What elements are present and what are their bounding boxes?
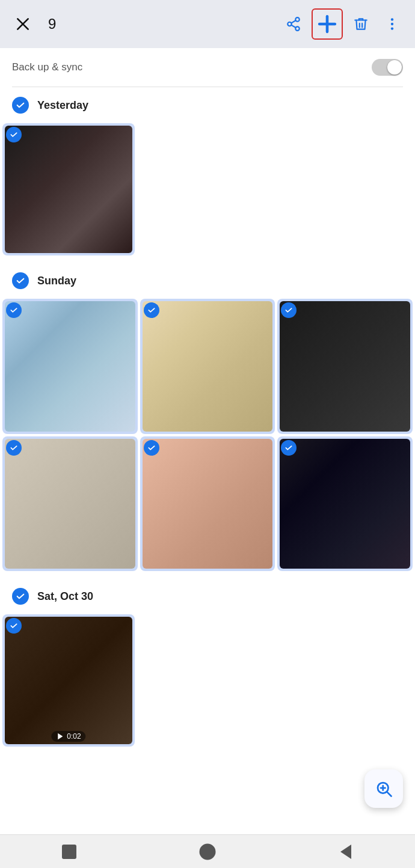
- photo-image-s4: [5, 439, 135, 569]
- selection-count: 9: [48, 16, 56, 32]
- select-yesterday-button[interactable]: [12, 97, 29, 114]
- video-duration: 0:02: [67, 732, 81, 741]
- photo-image-s5: [143, 439, 273, 569]
- svg-marker-19: [340, 845, 351, 859]
- photo-image-s3: [280, 301, 410, 432]
- section-header-sunday: Sunday: [0, 263, 415, 296]
- photo-image-s1: [5, 301, 135, 432]
- zoom-fab[interactable]: [364, 769, 403, 808]
- photo-cell-s1[interactable]: [2, 299, 138, 434]
- photo-check-s4: [6, 440, 22, 456]
- section-title-yesterday: Yesterday: [37, 99, 88, 112]
- photo-check-y1: [6, 127, 22, 142]
- nav-square-button[interactable]: [58, 841, 80, 863]
- triangle-icon: [335, 841, 357, 863]
- photo-image-o1: [5, 617, 132, 744]
- add-button[interactable]: [314, 11, 340, 37]
- section-header-yesterday: Yesterday: [0, 87, 415, 121]
- photo-cell-o1[interactable]: 0:02: [2, 614, 135, 747]
- backup-toggle[interactable]: [372, 59, 403, 76]
- photo-cell-y1[interactable]: [2, 123, 135, 255]
- top-bar: 9: [0, 0, 415, 48]
- select-sunday-button[interactable]: [12, 272, 29, 289]
- svg-point-10: [391, 23, 393, 25]
- add-button-wrapper: [312, 8, 343, 40]
- top-bar-left: 9: [10, 11, 56, 37]
- sunday-grid: [0, 296, 415, 573]
- yesterday-grid: [0, 121, 415, 258]
- circle-icon: [197, 841, 218, 863]
- backup-label: Back up & sync: [12, 61, 372, 73]
- video-duration-badge: 0:02: [51, 731, 85, 742]
- section-yesterday: Yesterday: [0, 87, 415, 258]
- photo-check-s6: [281, 440, 297, 456]
- close-button[interactable]: [10, 11, 36, 37]
- section-title-sunday: Sunday: [37, 275, 76, 287]
- bottom-nav-bar: [0, 834, 415, 868]
- share-button[interactable]: [280, 11, 307, 37]
- svg-line-14: [387, 792, 392, 796]
- svg-marker-12: [58, 733, 63, 740]
- page-content: Back up & sync Yesterday: [0, 48, 415, 796]
- svg-point-18: [200, 843, 216, 860]
- photo-cell-s6[interactable]: [277, 436, 413, 572]
- section-title-sat: Sat, Oct 30: [37, 590, 93, 603]
- svg-line-5: [291, 25, 295, 28]
- photo-cell-s2[interactable]: [140, 299, 275, 434]
- photo-image-s6: [280, 439, 410, 569]
- photo-image-s2: [143, 301, 273, 432]
- zoom-icon: [375, 780, 393, 798]
- svg-rect-17: [62, 845, 76, 859]
- photo-cell-s3[interactable]: [277, 299, 413, 434]
- photo-cell-s5[interactable]: [140, 436, 275, 572]
- photo-check-s1: [6, 302, 22, 318]
- select-sat-button[interactable]: [12, 588, 29, 605]
- svg-line-6: [291, 20, 295, 23]
- photo-check-s2: [144, 302, 159, 318]
- top-bar-right: [280, 8, 405, 40]
- photo-cell-s4[interactable]: [2, 436, 138, 572]
- square-icon: [58, 841, 80, 863]
- more-button[interactable]: [379, 11, 405, 37]
- svg-point-9: [391, 18, 393, 20]
- toggle-knob: [387, 60, 402, 75]
- section-sunday: Sunday: [0, 263, 415, 573]
- section-header-sat: Sat, Oct 30: [0, 578, 415, 612]
- section-sat-oct-30: Sat, Oct 30 0:02: [0, 578, 415, 749]
- backup-row: Back up & sync: [0, 48, 415, 87]
- photo-image-y1: [5, 126, 132, 253]
- svg-point-11: [391, 27, 393, 29]
- nav-back-button[interactable]: [335, 841, 357, 863]
- delete-button[interactable]: [348, 11, 374, 37]
- sat-grid: 0:02: [0, 612, 415, 749]
- photo-check-s5: [144, 440, 159, 456]
- nav-home-button[interactable]: [197, 841, 218, 863]
